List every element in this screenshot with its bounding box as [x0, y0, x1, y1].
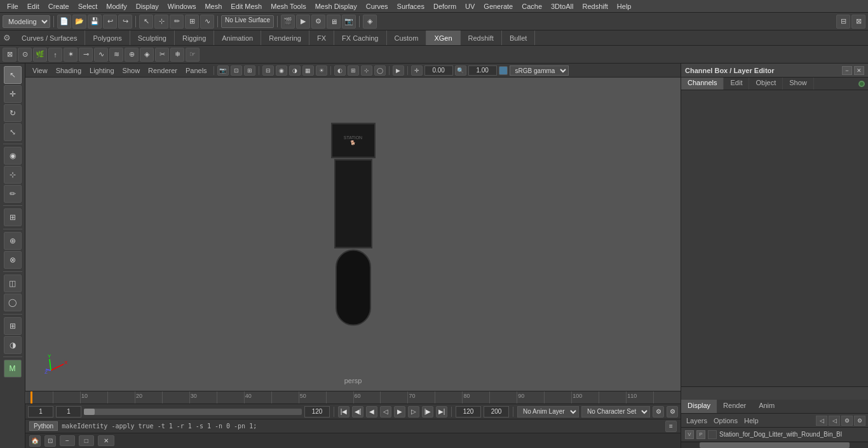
- vp-wireframe-icon[interactable]: ⊟: [262, 65, 274, 76]
- viewport-menu-panels[interactable]: Panels: [182, 65, 210, 76]
- script-editor-icon[interactable]: ≡: [665, 421, 677, 432]
- total-frames-field[interactable]: [456, 406, 481, 417]
- le-menu-help[interactable]: Help: [742, 417, 761, 424]
- save-scene-button[interactable]: 💾: [88, 15, 102, 29]
- go-end-button[interactable]: ▶|: [436, 406, 447, 417]
- viewport-menu-lighting[interactable]: Lighting: [86, 65, 118, 76]
- vp-snap-icon[interactable]: ✛: [411, 65, 423, 76]
- vp-shadow-icon[interactable]: ◐: [334, 65, 346, 76]
- select-tool-button[interactable]: ↖: [139, 15, 153, 29]
- xgen-mask-button[interactable]: ⊙: [18, 48, 32, 62]
- xgen-grab-button[interactable]: ☞: [186, 48, 200, 62]
- render-settings-button[interactable]: ⚙: [311, 15, 325, 29]
- menu-item-deform[interactable]: Deform: [429, 1, 461, 11]
- play-forward-button[interactable]: ▶: [394, 406, 405, 417]
- cb-tab-edit[interactable]: Edit: [724, 78, 749, 90]
- le-remove-button[interactable]: ◁: [829, 416, 840, 426]
- render-button[interactable]: 🎬: [281, 15, 295, 29]
- vp-fit-icon[interactable]: ⊡: [231, 65, 242, 76]
- le-add-button[interactable]: ◁: [816, 416, 827, 426]
- isolate-icon[interactable]: ◯: [4, 294, 22, 311]
- tab-animation[interactable]: Animation: [214, 31, 261, 45]
- paint-icon[interactable]: ✏: [4, 185, 22, 203]
- menu-item-mesh[interactable]: Mesh: [200, 1, 226, 11]
- vp-playblast-icon[interactable]: ▶: [393, 65, 404, 76]
- xgen-comb-button[interactable]: ⊸: [79, 48, 93, 62]
- snap-grid-button[interactable]: ⊞: [185, 15, 199, 29]
- vp-isolate-icon[interactable]: ◯: [374, 65, 386, 76]
- menu-item-windows[interactable]: Windows: [163, 1, 201, 11]
- channel-box-min-button[interactable]: −: [842, 66, 852, 75]
- menu-item-select[interactable]: Select: [74, 1, 102, 11]
- tab-rigging[interactable]: Rigging: [175, 31, 214, 45]
- vp-zoom-icon[interactable]: 🔍: [455, 65, 466, 76]
- menu-item-edit-mesh[interactable]: Edit Mesh: [226, 1, 266, 11]
- channel-box-close-button[interactable]: ✕: [854, 66, 864, 75]
- menu-item-surfaces[interactable]: Surfaces: [393, 1, 429, 11]
- layer-row[interactable]: V P Station_for_Dog_Litter_with_Round_Bi…: [681, 428, 868, 442]
- layer-vis-p-button[interactable]: P: [696, 430, 705, 439]
- anim-settings-button[interactable]: ⚙: [653, 406, 664, 417]
- rotate-value-field[interactable]: [424, 65, 453, 76]
- menu-item-mesh-tools[interactable]: Mesh Tools: [266, 1, 310, 11]
- vp-grid-icon[interactable]: ⊞: [348, 65, 359, 76]
- vp-frame-icon[interactable]: ⊞: [244, 65, 255, 76]
- range-end-field[interactable]: [304, 406, 330, 417]
- viewport-icon[interactable]: ⊡: [44, 435, 56, 447]
- grid-icon[interactable]: ⊞: [4, 317, 22, 335]
- xgen-grow-button[interactable]: ↑: [48, 48, 62, 62]
- le-settings-button[interactable]: ⚙: [841, 416, 853, 426]
- tab-xgen[interactable]: XGen: [426, 31, 460, 45]
- xgen-select-button[interactable]: ⊠: [3, 48, 17, 62]
- character-set-dropdown[interactable]: No Character Set: [581, 406, 650, 417]
- playback-range-slider[interactable]: [84, 409, 302, 415]
- minimize-button[interactable]: −: [60, 435, 75, 446]
- ipr-button[interactable]: ▶: [296, 15, 310, 29]
- viewport-menu-renderer[interactable]: Renderer: [145, 65, 180, 76]
- max-frames-field[interactable]: [484, 406, 509, 417]
- move-tool-icon[interactable]: ✛: [4, 85, 22, 103]
- tab-sculpting[interactable]: Sculpting: [130, 31, 175, 45]
- vp-camera-icon[interactable]: 📷: [217, 65, 229, 76]
- lasso-tool-button[interactable]: ⊹: [154, 15, 168, 29]
- menu-item-edit[interactable]: Edit: [23, 1, 44, 11]
- xgen-freeze-button[interactable]: ❄: [170, 48, 184, 62]
- le-tab-display[interactable]: Display: [681, 400, 717, 413]
- vp-texture-icon[interactable]: ▦: [302, 65, 314, 76]
- tab-redshift[interactable]: Redshift: [461, 31, 502, 45]
- new-scene-button[interactable]: 📄: [57, 15, 71, 29]
- display-settings-button[interactable]: ◈: [363, 15, 377, 29]
- next-key-button[interactable]: |▶: [422, 406, 433, 417]
- menu-item-mesh-display[interactable]: Mesh Display: [311, 1, 362, 11]
- cb-tab-channels[interactable]: Channels: [681, 78, 724, 90]
- viewport-menu-view[interactable]: View: [29, 65, 51, 76]
- scale-tool-icon[interactable]: ⤡: [4, 123, 22, 141]
- step-forward-button[interactable]: ▷: [408, 406, 419, 417]
- xgen-part-button[interactable]: ⊕: [125, 48, 139, 62]
- vp-shaded-icon[interactable]: ◑: [289, 65, 301, 76]
- menu-item-curves[interactable]: Curves: [362, 1, 393, 11]
- xgen-clump-button[interactable]: ◈: [140, 48, 154, 62]
- xgen-leaves-button[interactable]: 🌿: [33, 48, 47, 62]
- layer-vis-v-button[interactable]: V: [685, 430, 694, 439]
- close-button[interactable]: ✕: [98, 435, 114, 446]
- go-start-button[interactable]: |◀: [338, 406, 349, 417]
- le-tab-render[interactable]: Render: [717, 400, 752, 413]
- tab-fx-caching[interactable]: FX Caching: [334, 31, 386, 45]
- timeline[interactable]: 102030405060708090100110120: [25, 391, 681, 404]
- menu-item-redshift[interactable]: Redshift: [578, 1, 612, 11]
- mode-dropdown[interactable]: Modeling: [3, 15, 50, 28]
- prev-key-button[interactable]: ◀|: [352, 406, 363, 417]
- xgen-cut-button[interactable]: ✂: [155, 48, 169, 62]
- snapshot-button[interactable]: 📷: [342, 15, 356, 29]
- menu-item-create[interactable]: Create: [44, 1, 74, 11]
- tab-rendering[interactable]: Rendering: [261, 31, 309, 45]
- viewport-menu-show[interactable]: Show: [119, 65, 144, 76]
- paint-tool-button[interactable]: ✏: [170, 15, 184, 29]
- snap-icon[interactable]: ⊞: [4, 208, 22, 226]
- current-frame-field[interactable]: [28, 406, 53, 417]
- timeline-ruler[interactable]: 102030405060708090100110120: [25, 391, 681, 404]
- le-scrollbar[interactable]: [681, 442, 868, 448]
- snap-curve-button[interactable]: ∿: [200, 15, 214, 29]
- attr-icon[interactable]: ⊗: [4, 251, 22, 269]
